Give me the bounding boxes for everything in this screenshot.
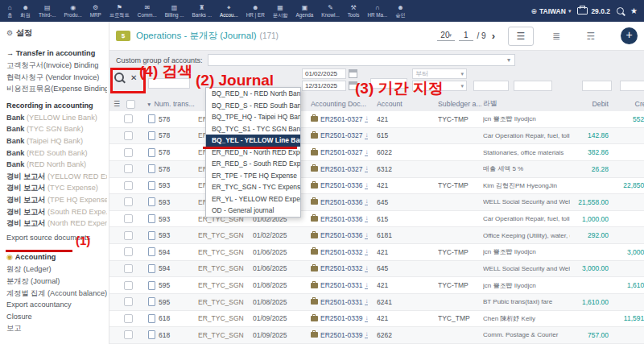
row-checkbox[interactable] <box>124 330 133 339</box>
accounting-doc-cell[interactable]: ER2501-0327↓ <box>311 111 375 127</box>
sidebar-item[interactable]: 고객청구서(Invoice) Binding <box>6 60 107 72</box>
num-cell[interactable]: 618 <box>148 327 196 343</box>
nav-item-accou[interactable]: ⌖Accou... <box>216 0 242 22</box>
next-page-button[interactable]: › <box>492 30 495 42</box>
nav-item-홈[interactable]: ⌂홈 <box>3 0 16 22</box>
sidebar-item[interactable]: 비용전표묶음(Expense Binding) <box>6 83 107 95</box>
nav-item-third[interactable]: ▤Third-... <box>35 0 60 22</box>
download-icon[interactable]: ↓ <box>365 315 368 322</box>
calendar-icon[interactable] <box>349 69 357 78</box>
sidebar-item-bank[interactable]: Bank (YELLOW Line Bank) <box>6 112 107 124</box>
col-header-subledger[interactable]: Subledger a... <box>438 96 481 112</box>
accounting-doc-cell[interactable]: ER2501-0331↓ <box>311 277 375 293</box>
nav-item-tools[interactable]: ⚒Tools <box>344 0 364 22</box>
download-icon[interactable]: ↓ <box>365 215 368 222</box>
num-cell[interactable]: 593 <box>148 194 196 210</box>
sidebar-item-bank[interactable]: Bank (RED North Bank) <box>6 159 107 171</box>
sidebar-item-bank[interactable]: Bank (Taipei HQ Bank) <box>6 135 107 147</box>
accounting-doc-cell[interactable]: ER2501-0332↓ <box>311 244 375 260</box>
accounting-doc-cell[interactable]: ER2501-0327↓ <box>311 144 375 160</box>
download-icon[interactable]: ↓ <box>365 198 368 205</box>
row-checkbox[interactable] <box>124 164 133 173</box>
custom-group-select[interactable]: ▾ <box>208 54 515 66</box>
sidebar-item-export-source[interactable]: Export source documents <box>6 232 107 244</box>
download-icon[interactable]: ↓ <box>365 165 368 172</box>
download-icon[interactable]: ↓ <box>365 282 368 289</box>
num-cell[interactable]: 594 <box>148 244 196 260</box>
download-icon[interactable]: ↓ <box>365 149 368 156</box>
date-to-input[interactable]: 12/31/2025 <box>302 81 346 91</box>
num-cell[interactable]: 618 <box>148 311 196 327</box>
accounting-doc-cell[interactable]: ER2501-0339↓ <box>311 327 375 343</box>
compact-view-button[interactable]: ≣ <box>544 27 568 45</box>
download-icon[interactable]: ↓ <box>365 331 368 338</box>
list-options-icon[interactable]: ☰ <box>114 100 120 108</box>
nav-item-mrp[interactable]: ⚙MRP <box>86 0 105 22</box>
row-checkbox[interactable] <box>124 264 133 273</box>
col-header-credit[interactable]: Credit <box>609 96 644 112</box>
journal-option[interactable]: BQ_RED_N - RED North Bank <box>206 88 300 100</box>
sidebar-settings[interactable]: ⚙ 설정 <box>6 27 107 39</box>
page-current[interactable]: 1 <box>459 31 473 41</box>
download-icon[interactable]: ↓ <box>365 132 368 139</box>
row-checkbox[interactable] <box>124 114 133 123</box>
journal-option[interactable]: ER_YL - YELLOW RED Expense <box>206 193 300 205</box>
row-checkbox[interactable] <box>124 281 133 290</box>
version-indicator[interactable]: 29.0.2 <box>577 7 610 15</box>
nav-item-프로젝트[interactable]: ⚑프로젝트 <box>105 0 134 22</box>
accounting-doc-cell[interactable]: ER2501-0336↓ <box>311 194 375 210</box>
sidebar-item[interactable]: 원장 (Ledger) <box>6 263 107 276</box>
nav-item-banks[interactable]: ♜Banks ... <box>188 0 216 22</box>
row-checkbox[interactable] <box>124 214 133 223</box>
sidebar-item[interactable]: Export accountancy <box>6 299 107 311</box>
list-view-button[interactable]: ☰ <box>508 27 534 46</box>
accounting-doc-cell[interactable]: ER2501-0332↓ <box>311 261 375 277</box>
sidebar-item[interactable]: 보고 <box>6 322 107 334</box>
nav-item-회원[interactable]: ☻회원 <box>16 0 35 22</box>
nav-item-billing[interactable]: ▥Billing ... <box>161 0 188 22</box>
sidebar-item-bank[interactable]: Bank (TYC SGN Bank) <box>6 123 107 135</box>
num-cell[interactable]: 595 <box>148 277 196 293</box>
journal-option[interactable]: ER_RED_S - South RED Expense <box>206 158 300 170</box>
filter-input-subledger[interactable] <box>473 81 509 91</box>
accounting-doc-cell[interactable]: ER2501-0336↓ <box>311 227 375 243</box>
journal-option[interactable]: ER_TYC_SGN - TYC Expense <box>206 181 300 193</box>
nav-item-comm[interactable]: ✉Comm... <box>134 0 161 22</box>
search-icon[interactable] <box>617 7 624 15</box>
col-header-num[interactable]: ▼Num. trans... <box>147 96 196 112</box>
row-checkbox[interactable] <box>124 148 133 157</box>
row-checkbox[interactable] <box>124 231 133 240</box>
accounting-doc-cell[interactable]: ER2501-0327↓ <box>311 161 375 177</box>
download-icon[interactable]: ↓ <box>365 265 368 272</box>
nav-item-knowl[interactable]: ✎Knowl... <box>317 0 343 22</box>
sidebar-item-expense-report[interactable]: 경비 보고서 (North RED Expen... <box>6 218 107 230</box>
col-header-label[interactable]: 라벨 <box>483 96 531 112</box>
journal-option[interactable]: BQ_TYC_S1 - TYC SGN Bank <box>206 123 300 135</box>
col-header-debit[interactable]: Debit <box>572 96 609 112</box>
filter-input-label[interactable] <box>514 81 552 91</box>
sidebar-item-expense-report[interactable]: 경비 보고서 (South RED Expe... <box>6 206 107 218</box>
nav-item-agenda[interactable]: ▣Agenda <box>292 0 318 22</box>
sidebar-item-expense-report[interactable]: 경비 보고서 (TYC Expense) <box>6 182 107 194</box>
num-cell[interactable]: 578 <box>148 128 196 144</box>
sidebar-item-bank[interactable]: Bank (RED South Bank) <box>6 147 107 160</box>
journal-option[interactable]: OD - General journal <box>206 205 300 217</box>
journal-option[interactable]: BQ_TPE_HQ - Taipei HQ Bank <box>206 111 300 123</box>
num-cell[interactable]: 595 <box>148 294 196 310</box>
num-cell[interactable]: 578 <box>148 144 196 160</box>
num-cell[interactable]: 594 <box>148 261 196 277</box>
sidebar-item[interactable]: Closure <box>6 311 107 323</box>
journal-option[interactable]: BQ_RED_S - RED South Bank <box>206 100 300 112</box>
journal-option[interactable]: ER_TPE - TPE HQ Expense <box>206 170 300 182</box>
sidebar-item-expense-report[interactable]: 경비 보고서 (YELLOW RED Ex... <box>6 171 107 183</box>
sidebar-item[interactable]: 계정별 집계 (Account balance) <box>6 288 107 300</box>
accounting-doc-cell[interactable]: ER2501-0327↓ <box>311 128 375 144</box>
grouped-view-button[interactable]: ☴ <box>579 27 603 45</box>
nav-item-문서함[interactable]: ▦문서함 <box>269 0 292 22</box>
num-cell[interactable]: 578 <box>148 111 196 127</box>
num-cell[interactable]: 593 <box>148 178 196 194</box>
journal-option[interactable]: BQ_YEL - YELLOW Line Bank <box>206 135 300 147</box>
star-icon[interactable]: ★ <box>630 6 638 15</box>
num-cell[interactable]: 593 <box>148 227 196 243</box>
region-selector[interactable]: ⊕ TAIWAN ▾ <box>530 7 571 15</box>
